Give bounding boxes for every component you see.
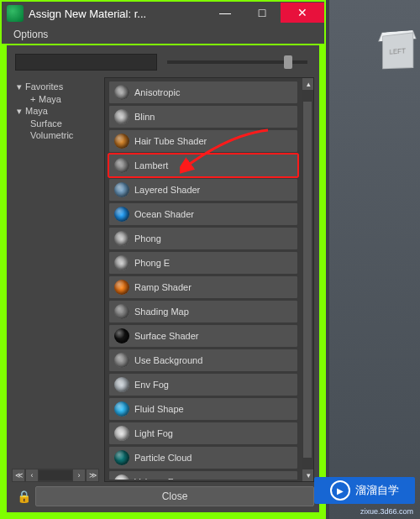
close-button[interactable]: Close [35, 486, 314, 506]
material-label: Fluid Shape [134, 404, 184, 414]
tree-surface[interactable]: Surface [15, 118, 99, 129]
material-swatch-icon [114, 353, 129, 368]
material-label: Phong [134, 233, 161, 244]
material-row-fluid-shape[interactable]: Fluid Shape [108, 397, 298, 421]
material-row-particle-cloud[interactable]: Particle Cloud [108, 446, 298, 469]
scroll-left-icon[interactable]: ‹ [26, 469, 38, 481]
material-label: Volume Fog [134, 477, 184, 480]
material-swatch-icon [114, 474, 129, 480]
material-label: Phong E [134, 258, 170, 268]
lock-icon[interactable]: 🔒 [17, 490, 30, 503]
scroll-down-icon[interactable]: ▾ [302, 469, 314, 481]
titlebar[interactable]: Assign New Material: r... — □ ✕ [2, 2, 324, 25]
material-swatch-icon [114, 231, 129, 246]
slider-thumb[interactable] [284, 55, 292, 69]
material-row-use-background[interactable]: Use Background [108, 349, 298, 372]
material-row-lambert[interactable]: Lambert [108, 154, 298, 177]
material-row-light-fog[interactable]: Light Fog [108, 422, 298, 445]
material-swatch-icon [114, 158, 129, 173]
material-row-volume-fog[interactable]: Volume Fog [108, 470, 298, 480]
options-menu[interactable]: Options [8, 27, 53, 42]
material-row-env-fog[interactable]: Env Fog [108, 373, 298, 396]
category-tree[interactable]: ▾Favorites +Maya ▾Maya Surface Volumetri… [12, 77, 99, 482]
watermark-badge: ▶ 溜溜自学 [314, 477, 415, 504]
material-label: Hair Tube Shader [134, 136, 207, 146]
icon-size-slider[interactable] [167, 60, 307, 64]
material-row-phong[interactable]: Phong [108, 227, 298, 250]
material-swatch-icon [114, 401, 129, 417]
material-label: Ramp Shader [134, 282, 192, 292]
close-window-button[interactable]: ✕ [281, 3, 324, 23]
list-scrollbar[interactable]: ▴ ▾ [302, 78, 313, 481]
maya-app-icon [7, 5, 24, 22]
material-row-ocean-shader[interactable]: Ocean Shader [108, 202, 298, 226]
tree-favorites[interactable]: ▾Favorites [15, 81, 99, 93]
material-label: Lambert [134, 160, 168, 170]
material-label: Surface Shader [134, 331, 198, 341]
material-row-shading-map[interactable]: Shading Map [108, 300, 298, 323]
material-label: Use Background [134, 355, 202, 365]
material-row-anisotropic[interactable]: Anisotropic [108, 81, 298, 104]
scroll-thumb[interactable] [303, 102, 312, 458]
watermark-sub: zixue.3d66.com [360, 507, 413, 516]
material-swatch-icon [114, 426, 129, 441]
menubar: Options [2, 25, 324, 44]
material-swatch-icon [114, 450, 129, 465]
material-row-surface-shader[interactable]: Surface Shader [108, 324, 298, 348]
filter-input[interactable] [15, 54, 157, 71]
material-swatch-icon [114, 304, 129, 319]
material-swatch-icon [114, 182, 129, 197]
material-label: Ocean Shader [134, 209, 194, 219]
material-swatch-icon [114, 134, 129, 149]
material-row-phong-e[interactable]: Phong E [108, 251, 298, 275]
minimize-button[interactable]: — [207, 3, 244, 23]
tree-scrollbar[interactable]: ≪ ‹ › ≫ [12, 469, 99, 482]
tree-maya[interactable]: ▾Maya [15, 105, 99, 118]
material-label: Env Fog [134, 380, 169, 390]
material-label: Particle Cloud [134, 453, 192, 463]
material-row-layered-shader[interactable]: Layered Shader [108, 178, 298, 202]
material-label: Shading Map [134, 307, 189, 317]
material-swatch-icon [114, 85, 129, 100]
material-swatch-icon [114, 109, 129, 124]
tree-volumetric[interactable]: Volumetric [15, 129, 99, 141]
viewport-panel: LEFT [329, 0, 420, 519]
play-icon: ▶ [330, 480, 350, 501]
scroll-up-icon[interactable]: ▴ [302, 78, 314, 90]
tree-favorites-maya[interactable]: +Maya [15, 93, 99, 105]
material-row-blinn[interactable]: Blinn [108, 105, 298, 128]
material-row-hair-tube-shader[interactable]: Hair Tube Shader [108, 129, 298, 153]
material-swatch-icon [114, 328, 129, 343]
material-swatch-icon [114, 255, 129, 270]
maximize-button[interactable]: □ [244, 3, 281, 23]
material-swatch-icon [114, 280, 129, 295]
material-row-ramp-shader[interactable]: Ramp Shader [108, 275, 298, 299]
view-cube[interactable]: LEFT [381, 33, 415, 71]
material-label: Blinn [134, 112, 155, 122]
material-label: Light Fog [134, 428, 173, 438]
material-swatch-icon [114, 377, 129, 392]
scroll-left-double-icon[interactable]: ≪ [13, 469, 24, 481]
material-swatch-icon [114, 207, 129, 222]
material-list: AnisotropicBlinnHair Tube ShaderLambertL… [104, 77, 314, 482]
window-title: Assign New Material: r... [29, 8, 207, 20]
assign-material-window: Assign New Material: r... — □ ✕ Options … [0, 0, 326, 519]
scroll-right-double-icon[interactable]: ≫ [87, 469, 98, 481]
material-label: Layered Shader [134, 185, 200, 195]
scroll-right-icon[interactable]: › [73, 469, 85, 481]
material-label: Anisotropic [134, 87, 180, 97]
